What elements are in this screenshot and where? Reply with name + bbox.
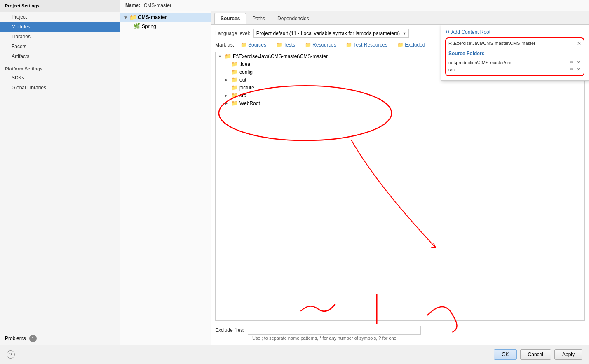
tree-arrow-root: ▼ bbox=[124, 15, 128, 20]
tree-src-icon: 📁 bbox=[231, 92, 238, 98]
tree-picture-icon: 📁 bbox=[231, 84, 238, 91]
content-area: Name: CMS-master ▼ 📁 CMS-master 🌿 Spring bbox=[120, 0, 589, 345]
tree-idea-label: .idea bbox=[239, 61, 250, 67]
cancel-button[interactable]: Cancel bbox=[520, 349, 551, 360]
tree-src-arrow: ▶ bbox=[225, 93, 230, 98]
sidebar-item-libraries[interactable]: Libraries bbox=[0, 32, 120, 42]
project-settings-header: Project Settings bbox=[0, 0, 120, 12]
file-tree: ▼ 📁 F:\Exercise\Java\CMS-master\CMS-mast… bbox=[215, 52, 585, 321]
mark-as-resources-btn[interactable]: 📁 Resources bbox=[302, 41, 339, 49]
mark-as-test-resources-btn[interactable]: 📁 Test Resources bbox=[343, 41, 391, 49]
name-value: CMS-master bbox=[144, 2, 171, 8]
popup-source-1-actions: ✏ ✕ bbox=[569, 60, 581, 65]
ok-button[interactable]: OK bbox=[494, 349, 516, 360]
popup-source-2-remove-btn[interactable]: ✕ bbox=[576, 67, 581, 72]
tab-sources[interactable]: Sources bbox=[214, 13, 246, 24]
language-level-label: Language level: bbox=[215, 30, 250, 36]
popup-source-2-actions: ✏ ✕ bbox=[569, 67, 581, 72]
mark-as-sources-btn[interactable]: 📁 Sources bbox=[237, 41, 270, 49]
popup-source-item-1: out\production\CMS-master\src ✏ ✕ bbox=[448, 59, 581, 66]
module-name-spring: Spring bbox=[142, 23, 156, 29]
popup-path-text: F:\Exercise\Java\CMS-master\CMS-master bbox=[448, 41, 535, 46]
tree-root-folder-icon: 📁 bbox=[225, 53, 231, 59]
tree-config-label: config bbox=[239, 69, 253, 75]
tests-btn-label: Tests bbox=[284, 42, 295, 48]
problems-label: Problems bbox=[5, 336, 26, 341]
popup-close-x-btn[interactable]: ✕ bbox=[577, 41, 581, 47]
bottom-bar: ? OK Cancel Apply bbox=[0, 345, 589, 364]
tree-out-label: out bbox=[239, 77, 246, 83]
mark-as-excluded-btn[interactable]: 📁 Excluded bbox=[394, 41, 428, 49]
popup-path-row: F:\Exercise\Java\CMS-master\CMS-master ✕ bbox=[448, 41, 581, 47]
exclude-files-input[interactable] bbox=[248, 326, 421, 335]
tree-picture-row[interactable]: 📁 picture bbox=[222, 84, 584, 91]
tree-webroot-icon: 📁 bbox=[231, 100, 238, 106]
mark-as-tests-btn[interactable]: 📁 Tests bbox=[273, 41, 298, 49]
sidebar-item-global-libraries[interactable]: Global Libraries bbox=[0, 83, 120, 93]
module-tree: ▼ 📁 CMS-master 🌿 Spring bbox=[120, 11, 211, 345]
name-label: Name: bbox=[125, 2, 141, 8]
exclude-files-section: Exclude files: Use ; to separate name pa… bbox=[215, 324, 585, 341]
tree-out-arrow: ▶ bbox=[225, 78, 230, 82]
sidebar-item-modules[interactable]: Modules bbox=[0, 22, 120, 32]
problems-section: Problems 1 bbox=[0, 332, 120, 345]
tab-paths[interactable]: Paths bbox=[246, 13, 271, 24]
popup-highlight: F:\Exercise\Java\CMS-master\CMS-master ✕… bbox=[445, 37, 584, 76]
folder-icon-root: 📁 bbox=[129, 14, 136, 21]
tree-idea-icon: 📁 bbox=[231, 61, 238, 67]
sidebar: Project Settings Project Modules Librari… bbox=[0, 0, 120, 345]
sources-folder-icon: 📁 bbox=[241, 42, 247, 48]
tab-dependencies[interactable]: Dependencies bbox=[271, 13, 315, 24]
module-tree-spring[interactable]: 🌿 Spring bbox=[120, 22, 211, 30]
add-content-root-btn[interactable]: + + Add Content Root bbox=[445, 29, 584, 35]
tests-folder-icon: 📁 bbox=[276, 42, 282, 48]
exclude-hint: Use ; to separate name patterns, * for a… bbox=[215, 335, 585, 341]
test-resources-folder-icon: 📁 bbox=[346, 42, 352, 48]
platform-settings-header: Platform Settings bbox=[0, 63, 120, 73]
language-level-select-wrapper[interactable]: Project default (11 - Local variable syn… bbox=[253, 29, 409, 38]
popup-source-1-remove-btn[interactable]: ✕ bbox=[576, 60, 581, 65]
tree-root-label: F:\Exercise\Java\CMS-master\CMS-master bbox=[233, 54, 328, 59]
tree-webroot-arrow: ▶ bbox=[225, 101, 230, 105]
test-resources-btn-label: Test Resources bbox=[353, 42, 387, 48]
resources-btn-label: Resources bbox=[312, 42, 336, 48]
popup-source-path-1: out\production\CMS-master\src bbox=[448, 60, 511, 65]
excluded-btn-label: Excluded bbox=[405, 42, 425, 48]
sources-btn-label: Sources bbox=[248, 42, 266, 48]
module-name-root: CMS-master bbox=[138, 14, 167, 20]
sidebar-item-project[interactable]: Project bbox=[0, 12, 120, 22]
help-button[interactable]: ? bbox=[7, 350, 15, 359]
popup-source-1-edit-btn[interactable]: ✏ bbox=[569, 60, 574, 65]
problems-badge: 1 bbox=[29, 335, 37, 342]
tree-webroot-row[interactable]: ▶ 📁 WebRoot bbox=[222, 99, 584, 107]
tree-picture-label: picture bbox=[239, 85, 254, 91]
tree-src-label: src bbox=[239, 93, 246, 98]
module-tree-root[interactable]: ▼ 📁 CMS-master bbox=[120, 13, 211, 22]
leaf-icon-spring: 🌿 bbox=[134, 23, 140, 29]
source-folders-label: Source Folders bbox=[448, 51, 581, 56]
sidebar-item-sdks[interactable]: SDKs bbox=[0, 73, 120, 83]
content-main: ▼ 📁 CMS-master 🌿 Spring Sources Paths De… bbox=[120, 11, 589, 345]
exclude-label: Exclude files: bbox=[215, 327, 244, 333]
tree-webroot-label: WebRoot bbox=[239, 100, 260, 106]
excluded-folder-icon: 📁 bbox=[397, 42, 404, 48]
tree-config-icon: 📁 bbox=[231, 69, 238, 75]
popup-source-path-2: src bbox=[448, 67, 455, 72]
tree-root-arrow: ▼ bbox=[218, 54, 223, 58]
tree-out-icon: 📁 bbox=[231, 77, 238, 83]
apply-button[interactable]: Apply bbox=[554, 349, 582, 360]
panel-content: Language level: Project default (11 - Lo… bbox=[211, 25, 589, 345]
popup-source-2-edit-btn[interactable]: ✏ bbox=[569, 67, 574, 72]
add-content-root-label: + Add Content Root bbox=[447, 29, 490, 35]
name-row: Name: CMS-master bbox=[120, 0, 589, 11]
right-panel: Sources Paths Dependencies Language leve… bbox=[211, 11, 589, 345]
sidebar-item-artifacts[interactable]: Artifacts bbox=[0, 51, 120, 61]
sidebar-item-facets[interactable]: Facets bbox=[0, 42, 120, 51]
popup-source-item-2: src ✏ ✕ bbox=[448, 66, 581, 73]
add-content-root-popup: + + Add Content Root F:\Exercise\Java\CM… bbox=[441, 25, 589, 81]
resources-folder-icon: 📁 bbox=[305, 42, 311, 48]
tree-src-row[interactable]: ▶ 📁 src bbox=[222, 91, 584, 99]
tabs-bar: Sources Paths Dependencies bbox=[211, 11, 589, 25]
mark-as-label: Mark as: bbox=[215, 42, 234, 48]
language-level-select[interactable]: Project default (11 - Local variable syn… bbox=[253, 29, 409, 38]
